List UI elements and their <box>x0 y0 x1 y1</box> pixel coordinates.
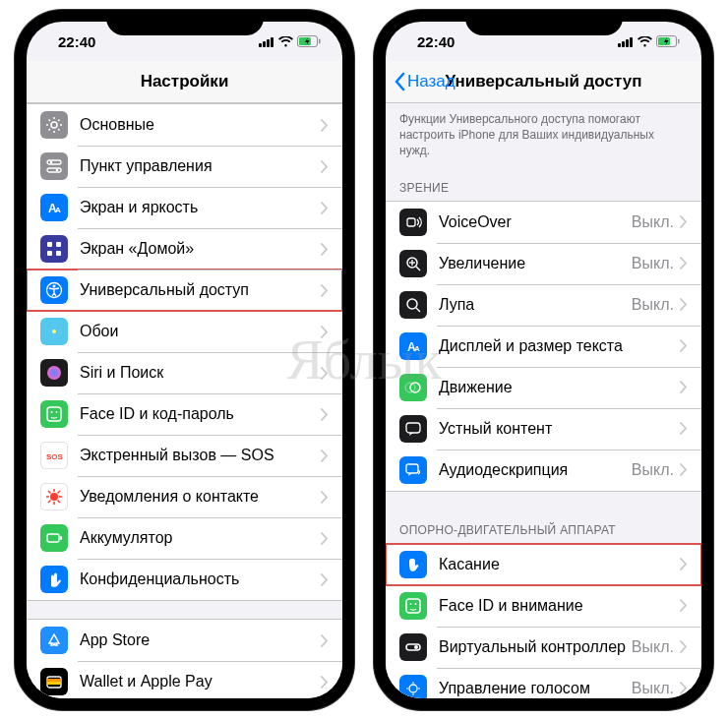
row-label: Дисплей и размер текста <box>439 337 680 355</box>
battery-charging-icon <box>656 35 680 47</box>
svg-line-60 <box>416 308 420 312</box>
settings-list[interactable]: ОсновныеПункт управленияAAЭкран и яркост… <box>27 103 342 698</box>
settings-row-spoken[interactable]: Устный контент <box>386 408 701 450</box>
signal-icon <box>259 36 274 47</box>
svg-point-19 <box>53 285 56 288</box>
status-indicators <box>618 35 680 47</box>
settings-group: App StoreWallet и Apple Pay <box>27 619 342 698</box>
svg-rect-48 <box>622 41 625 47</box>
wallet-icon <box>40 668 68 695</box>
svg-rect-26 <box>47 407 61 421</box>
chevron-right-icon <box>680 640 688 653</box>
row-label: Лупа <box>439 296 632 314</box>
settings-row-disptext[interactable]: AAДисплей и размер текста <box>386 326 701 367</box>
settings-row-wallet[interactable]: Wallet и Apple Pay <box>27 661 342 698</box>
battery-icon <box>40 524 68 552</box>
chevron-right-icon <box>321 119 329 132</box>
chevron-right-icon <box>321 450 329 462</box>
chevron-right-icon <box>321 284 329 297</box>
row-label: Экстренный вызов — SOS <box>80 447 321 464</box>
settings-row-sos[interactable]: SOSЭкстренный вызов — SOS <box>27 435 342 476</box>
voiceover-icon <box>399 209 427 236</box>
chevron-right-icon <box>321 367 329 380</box>
status-time: 22:40 <box>58 33 95 50</box>
settings-row-wall[interactable]: Обои <box>27 311 342 352</box>
settings-row-zoom[interactable]: УвеличениеВыкл. <box>386 243 701 284</box>
settings-row-faceid[interactable]: Face ID и код-пароль <box>27 393 342 435</box>
svg-point-9 <box>50 161 53 164</box>
svg-point-22 <box>57 330 62 334</box>
settings-row-general[interactable]: Основные <box>27 104 342 146</box>
settings-row-home[interactable]: Экран «Домой» <box>27 228 342 270</box>
phone-right: 22:40 Назад Универсальный доступ Функции… <box>374 10 713 710</box>
wifi-icon <box>637 36 652 47</box>
touch-icon <box>399 551 427 578</box>
svg-rect-3 <box>271 37 273 47</box>
accessibility-icon <box>40 276 68 304</box>
nav-bar: Настройки <box>27 61 342 103</box>
settings-row-siri[interactable]: Siri и Поиск <box>27 352 342 393</box>
settings-row-faceatt[interactable]: Face ID и внимание <box>386 585 701 627</box>
chevron-right-icon <box>321 160 329 173</box>
settings-row-control[interactable]: Пункт управления <box>27 146 342 187</box>
chevron-right-icon <box>321 573 329 586</box>
svg-line-36 <box>58 501 61 504</box>
zoom-icon <box>399 250 427 277</box>
accessibility-list[interactable]: Функции Универсального доступа помогают … <box>386 103 701 698</box>
svg-point-69 <box>415 603 417 605</box>
svg-rect-43 <box>47 682 61 685</box>
row-label: Устный контент <box>439 420 680 438</box>
svg-rect-47 <box>618 43 621 47</box>
back-button[interactable]: Назад <box>394 72 455 91</box>
settings-row-audiodesc[interactable]: АудиодескрипцияВыкл. <box>386 450 701 491</box>
settings-row-magnifier[interactable]: ЛупаВыкл. <box>386 284 701 326</box>
signal-icon <box>618 36 634 47</box>
settings-row-appstore[interactable]: App Store <box>27 620 342 661</box>
chevron-right-icon <box>321 676 329 689</box>
row-label: Обои <box>80 323 321 340</box>
settings-row-privacy[interactable]: Конфиденциальность <box>27 559 342 600</box>
settings-row-display[interactable]: AAЭкран и яркость <box>27 187 342 228</box>
switch-icon <box>399 633 427 661</box>
settings-row-voiceover[interactable]: VoiceOverВыкл. <box>386 202 701 243</box>
row-label: Face ID и внимание <box>439 597 680 615</box>
virus-icon <box>40 483 68 510</box>
settings-row-motion[interactable]: Движение <box>386 367 701 408</box>
svg-point-27 <box>51 411 53 413</box>
toggles-icon <box>40 152 68 180</box>
svg-point-59 <box>407 299 417 309</box>
svg-rect-8 <box>47 160 61 164</box>
svg-line-35 <box>48 491 51 494</box>
page-title: Универсальный доступ <box>446 72 642 91</box>
row-label: Основные <box>80 116 321 134</box>
faceid-icon <box>399 592 427 620</box>
gear-icon <box>40 111 68 139</box>
row-label: Касание <box>439 556 680 573</box>
svg-rect-16 <box>47 251 52 256</box>
chevron-right-icon <box>680 339 688 352</box>
svg-rect-49 <box>626 39 629 47</box>
audio-icon <box>399 456 427 484</box>
svg-rect-40 <box>60 536 62 540</box>
svg-point-20 <box>52 330 56 333</box>
settings-row-switch[interactable]: Виртуальный контроллерВыкл. <box>386 627 701 668</box>
wifi-icon <box>278 36 293 47</box>
svg-text:SOS: SOS <box>46 452 63 461</box>
settings-row-expose[interactable]: Уведомления о контакте <box>27 476 342 517</box>
svg-line-38 <box>58 491 61 494</box>
row-detail-off: Выкл. <box>632 255 674 272</box>
svg-rect-0 <box>259 43 262 47</box>
chevron-right-icon <box>321 243 329 256</box>
status-time: 22:40 <box>417 33 455 50</box>
chevron-right-icon <box>321 532 329 545</box>
settings-row-touch[interactable]: Касание <box>386 544 701 585</box>
svg-rect-50 <box>630 37 633 47</box>
settings-row-voice[interactable]: Управление голосомВыкл. <box>386 668 701 698</box>
section-header: ОПОРНО-ДВИГАТЕЛЬНЫЙ АППАРАТ <box>386 510 701 543</box>
row-label: Движение <box>439 379 680 396</box>
settings-row-battery[interactable]: Аккумулятор <box>27 517 342 559</box>
svg-rect-39 <box>47 534 59 542</box>
voice-icon <box>399 675 427 698</box>
row-detail-off: Выкл. <box>632 296 674 314</box>
settings-row-access[interactable]: Универсальный доступ <box>27 270 342 311</box>
